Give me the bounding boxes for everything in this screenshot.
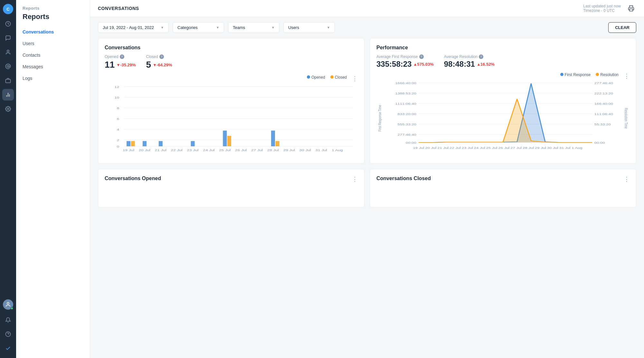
svg-point-8 bbox=[7, 302, 9, 304]
svg-text:24 Jul: 24 Jul bbox=[474, 146, 485, 150]
svg-text:19 Jul: 19 Jul bbox=[123, 149, 134, 151]
perf-chart-header: First Response Resolution ⋮ bbox=[376, 73, 630, 80]
svg-text:22 Jul: 22 Jul bbox=[450, 146, 461, 150]
avg-resolution-value: 98:48:31 ▴ 16.52% bbox=[444, 60, 495, 69]
svg-text:1 Aug: 1 Aug bbox=[332, 149, 343, 151]
svg-text:0: 0 bbox=[117, 145, 119, 148]
svg-text:First Response Time: First Response Time bbox=[377, 105, 382, 131]
svg-text:22 Jul: 22 Jul bbox=[171, 149, 183, 151]
svg-rect-3 bbox=[6, 79, 11, 83]
svg-text:21 Jul: 21 Jul bbox=[155, 149, 166, 151]
teams-icon[interactable] bbox=[2, 75, 14, 86]
print-icon[interactable] bbox=[626, 3, 636, 14]
topbar-right: Last updated just now Timezone - 0 UTC bbox=[583, 3, 636, 14]
teams-placeholder: Teams bbox=[233, 25, 245, 30]
performance-stats: Average First Response ? 335:58:23 ▴ 575… bbox=[376, 54, 630, 69]
svg-rect-31 bbox=[223, 131, 227, 146]
main-cards-row: Conversations Opened ? 11 ▾ -35.29% bbox=[98, 38, 636, 164]
teams-filter[interactable]: Teams ▼ bbox=[228, 22, 279, 33]
svg-text:4: 4 bbox=[117, 128, 119, 131]
bottom-cards-row: Conversations Opened ⋮ Conversations Clo… bbox=[98, 169, 636, 208]
closed-change: ▾ -64.29% bbox=[154, 63, 172, 67]
bar-chart-svg: 12 10 8 6 4 2 0 bbox=[105, 83, 358, 154]
svg-rect-11 bbox=[630, 9, 633, 11]
svg-rect-26 bbox=[127, 141, 130, 146]
users-filter[interactable]: Users ▼ bbox=[283, 22, 335, 33]
check-icon[interactable] bbox=[2, 343, 14, 354]
user-avatar[interactable] bbox=[2, 299, 14, 310]
reports-icon[interactable] bbox=[2, 89, 14, 101]
svg-text:00:00: 00:00 bbox=[594, 141, 605, 144]
chevron-down-icon: ▼ bbox=[216, 26, 219, 29]
performance-more-icon[interactable]: ⋮ bbox=[624, 73, 630, 80]
avg-resolution-stat: Average Resolution ? 98:48:31 ▴ 16.52% bbox=[444, 54, 495, 69]
svg-text:1 Aug: 1 Aug bbox=[572, 146, 582, 150]
arrow-up-icon: ▴ bbox=[414, 62, 416, 67]
dashboard-icon[interactable] bbox=[2, 18, 14, 30]
svg-text:222:13:20: 222:13:20 bbox=[594, 92, 613, 95]
avg-resolution-label: Average Resolution ? bbox=[444, 54, 495, 59]
sidebar-item-logs[interactable]: Logs bbox=[16, 73, 90, 84]
performance-line-chart: 1666:40:00 1388:53:20 1111:06:40 833:20:… bbox=[376, 80, 630, 157]
svg-rect-32 bbox=[227, 136, 231, 147]
conversations-more-icon[interactable]: ⋮ bbox=[352, 75, 358, 82]
svg-text:31 Jul: 31 Jul bbox=[316, 149, 327, 151]
conversations-closed-more-icon[interactable]: ⋮ bbox=[624, 176, 630, 183]
conversations-card: Conversations Opened ? 11 ▾ -35.29% bbox=[98, 38, 365, 164]
avg-first-response-change: ▴ 575.03% bbox=[414, 62, 433, 67]
last-updated-text: Last updated just now Timezone - 0 UTC bbox=[583, 4, 621, 13]
conversations-opened-title: Conversations Opened bbox=[105, 176, 161, 181]
svg-text:29 Jul: 29 Jul bbox=[535, 146, 546, 150]
conversations-closed-title: Conversations Closed bbox=[376, 176, 431, 181]
svg-text:29 Jul: 29 Jul bbox=[283, 149, 295, 151]
sidebar-item-conversations[interactable]: Conversations bbox=[16, 26, 90, 38]
svg-point-7 bbox=[7, 108, 9, 110]
filter-bar: Jul 19, 2022 - Aug 01, 2022 ▼ Categories… bbox=[90, 17, 644, 38]
svg-text:833:20:00: 833:20:00 bbox=[398, 112, 416, 116]
conversations-icon[interactable] bbox=[2, 32, 14, 44]
avg-resolution-change: ▴ 16.52% bbox=[478, 62, 495, 67]
svg-text:1388:53:20: 1388:53:20 bbox=[395, 92, 416, 95]
contacts-icon[interactable] bbox=[2, 46, 14, 58]
svg-text:111:06:40: 111:06:40 bbox=[594, 112, 613, 116]
svg-text:1666:40:00: 1666:40:00 bbox=[395, 82, 416, 85]
sidebar-item-contacts[interactable]: Contacts bbox=[16, 49, 90, 61]
clear-button[interactable]: CLEAR bbox=[608, 22, 636, 33]
svg-text:55:33:20: 55:33:20 bbox=[594, 123, 611, 126]
sidebar-item-messages[interactable]: Messages bbox=[16, 61, 90, 73]
svg-point-1 bbox=[7, 50, 9, 52]
topbar: CONVERSATIONS Last updated just now Time… bbox=[90, 0, 644, 17]
mentions-icon[interactable] bbox=[2, 61, 14, 72]
conversations-opened-more-icon[interactable]: ⋮ bbox=[352, 176, 358, 183]
sidebar-item-users[interactable]: Users bbox=[16, 38, 90, 49]
conversations-card-title: Conversations bbox=[105, 45, 358, 51]
conversations-opened-card: Conversations Opened ⋮ bbox=[98, 169, 365, 208]
svg-text:20 Jul: 20 Jul bbox=[425, 146, 436, 150]
avg-first-response-info-icon: ? bbox=[419, 54, 424, 59]
closed-stat: Closed ? 5 ▾ -64.29% bbox=[146, 54, 172, 70]
svg-text:28 Jul: 28 Jul bbox=[267, 149, 279, 151]
conv-legend: Opened Closed bbox=[307, 75, 347, 80]
svg-text:555:33:20: 555:33:20 bbox=[398, 123, 416, 126]
closed-value: 5 ▾ -64.29% bbox=[146, 60, 172, 70]
svg-text:27 Jul: 27 Jul bbox=[510, 146, 522, 150]
help-icon[interactable] bbox=[2, 328, 14, 340]
avg-resolution-info-icon: ? bbox=[479, 54, 483, 59]
notifications-icon[interactable] bbox=[2, 314, 14, 326]
chevron-down-icon: ▼ bbox=[327, 26, 330, 29]
svg-rect-34 bbox=[276, 141, 279, 146]
svg-text:277:46:40: 277:46:40 bbox=[594, 82, 613, 85]
settings-icon[interactable] bbox=[2, 103, 14, 115]
nav-panel: Reports Reports Conversations Users Cont… bbox=[16, 0, 90, 358]
conversations-stats: Opened ? 11 ▾ -35.29% bbox=[105, 54, 358, 70]
main-area: CONVERSATIONS Last updated just now Time… bbox=[90, 0, 644, 358]
date-range-filter[interactable]: Jul 19, 2022 - Aug 01, 2022 ▼ bbox=[98, 22, 169, 33]
chevron-down-icon: ▼ bbox=[161, 26, 164, 29]
svg-rect-28 bbox=[143, 141, 147, 146]
svg-rect-33 bbox=[271, 131, 275, 146]
categories-filter[interactable]: Categories ▼ bbox=[173, 22, 224, 33]
svg-text:23 Jul: 23 Jul bbox=[462, 146, 473, 150]
closed-info-icon: ? bbox=[159, 54, 164, 59]
sidebar-icons: C bbox=[0, 0, 16, 358]
svg-text:00:00: 00:00 bbox=[406, 141, 416, 144]
